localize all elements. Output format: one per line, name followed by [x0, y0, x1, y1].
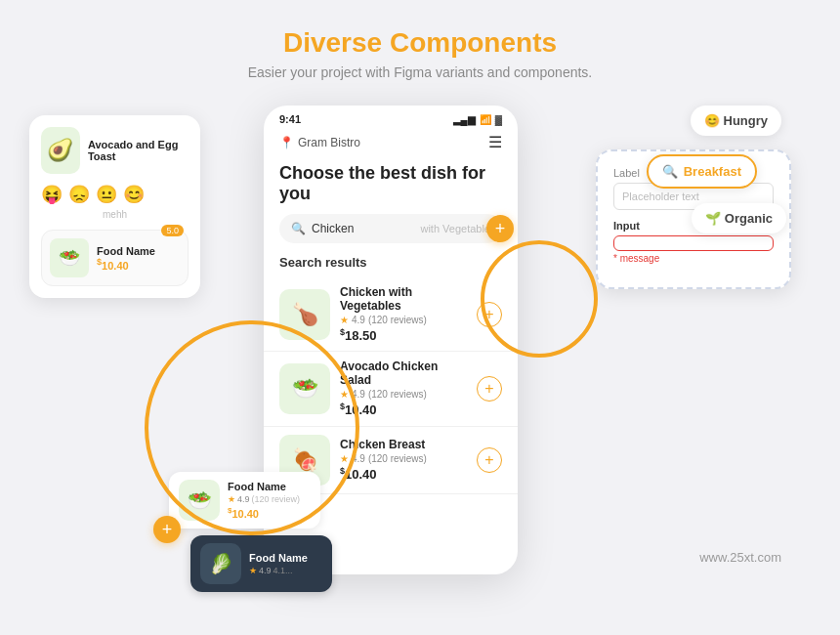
- bottom-star-1: ★: [228, 494, 235, 504]
- bottom-card-2-name: Food Name: [249, 552, 308, 564]
- food-rating-1: ★ 4.9 (120 reviews): [340, 315, 467, 325]
- emoji-row: 😝 😞 😐 😊: [41, 184, 189, 205]
- review-count-1: (120 reviews): [368, 315, 427, 325]
- food-img-1: 🍗: [279, 289, 330, 340]
- signal-icon: ▂▄▆: [453, 114, 476, 125]
- search-icon: 🔍: [291, 222, 306, 235]
- emoji-2[interactable]: 😞: [68, 184, 90, 205]
- page-subtitle: Easier your project with Figma variants …: [0, 64, 840, 80]
- wifi-icon: 📶: [480, 114, 491, 125]
- star-icon-3: ★: [340, 453, 349, 464]
- bottom-food-card-1: 🥗 Food Name ★ 4.9 (120 review) $10.40: [169, 472, 320, 529]
- breakfast-label: Breakfast: [684, 164, 741, 179]
- food-card-secondary-info: Food Name $10.40: [97, 245, 155, 272]
- title-accent: Components: [390, 27, 557, 58]
- food-item-1: 🍗 Chicken with Vegetables ★ 4.9 (120 rev…: [264, 277, 518, 352]
- bottom-card-1-info: Food Name ★ 4.9 (120 review) $10.40: [228, 481, 300, 520]
- bottom-rating-1: 4.9: [237, 494, 250, 504]
- bottom-card-1-rating: ★ 4.9 (120 review): [228, 494, 300, 504]
- search-results-label: Search results: [264, 255, 518, 277]
- rating-value-1: 4.9: [352, 315, 365, 325]
- search-input[interactable]: [312, 222, 414, 235]
- organic-label: 🌱 Organic: [705, 211, 773, 226]
- form-error-message: * message: [613, 253, 774, 264]
- phone-page-title: Choose the best dish for you: [264, 159, 518, 214]
- bottom-rating-2: 4.9: [259, 566, 272, 575]
- card-title: Avocado and Egg Toast: [88, 139, 189, 162]
- bottom-food-card-2: 🥬 Food Name ★ 4.9 4.1...: [190, 535, 332, 592]
- food-price-1: $18.50: [340, 327, 467, 343]
- bottom-card-1-name: Food Name: [228, 481, 300, 492]
- form-error-input[interactable]: [613, 235, 774, 251]
- page-header: Diverse Components Easier your project w…: [0, 0, 840, 96]
- location-icon: 📍: [279, 136, 294, 149]
- bottom-price-1: $10.40: [228, 506, 300, 520]
- card-top: 🥑 Avocado and Egg Toast: [41, 127, 189, 174]
- food-rating-3: ★ 4.9 (120 reviews): [340, 453, 467, 464]
- food-thumbnail: 🥑: [41, 127, 80, 174]
- food-name-3: Chicken Breast: [340, 438, 467, 451]
- status-time: 9:41: [279, 113, 301, 125]
- add-button-1[interactable]: +: [477, 302, 502, 327]
- left-food-card: 🥑 Avocado and Egg Toast 😝 😞 😐 😊 mehh 5.0…: [29, 115, 200, 298]
- search-bar[interactable]: 🔍 with Vegetable +: [279, 214, 502, 243]
- emoji-1[interactable]: 😝: [41, 184, 63, 205]
- status-icons: ▂▄▆ 📶 ▓: [453, 114, 502, 125]
- emoji-3[interactable]: 😐: [96, 184, 117, 205]
- phone-header: 📍 Gram Bistro ☰: [264, 129, 518, 159]
- food-img-secondary: 🥗: [50, 238, 89, 277]
- add-button-3[interactable]: +: [477, 447, 502, 473]
- food-card-secondary-price: $10.40: [97, 257, 155, 272]
- search-icon-tag: 🔍: [662, 164, 678, 179]
- food-name-1: Chicken with Vegetables: [340, 285, 467, 313]
- status-bar: 9:41 ▂▄▆ 📶 ▓: [264, 106, 518, 129]
- restaurant-name: 📍 Gram Bistro: [279, 136, 360, 149]
- star-icon-2: ★: [340, 389, 349, 400]
- food-info-3: Chicken Breast ★ 4.9 (120 reviews) $10.4…: [340, 438, 467, 482]
- bottom-card-2-img: 🥬: [200, 543, 241, 584]
- food-info-2: Avocado Chicken Salad ★ 4.9 (120 reviews…: [340, 360, 467, 417]
- content-area: 🥑 Avocado and Egg Toast 😝 😞 😐 😊 mehh 5.0…: [0, 96, 840, 623]
- bottom-reviews-1: (120 review): [252, 494, 301, 504]
- star-icon: ★: [340, 315, 349, 325]
- page-title: Diverse Components: [0, 27, 840, 59]
- emoji-label: mehh: [41, 209, 189, 220]
- food-info-1: Chicken with Vegetables ★ 4.9 (120 revie…: [340, 285, 467, 343]
- bottom-card-1-img: 🥗: [179, 480, 220, 521]
- hungry-label: 😊 Hungry: [704, 113, 768, 128]
- food-card-secondary: 5.0 🥗 Food Name $10.40: [41, 230, 189, 286]
- battery-icon: ▓: [495, 114, 502, 125]
- food-price-3: $10.40: [340, 466, 467, 482]
- add-button-2[interactable]: +: [477, 376, 502, 402]
- watermark: www.25xt.com: [699, 550, 781, 565]
- bottom-card-2-rating: ★ 4.9 4.1...: [249, 566, 308, 575]
- emoji-4[interactable]: 😊: [123, 184, 145, 205]
- bottom-reviews-2: 4.1...: [273, 566, 293, 575]
- tag-hungry[interactable]: 😊 Hungry: [691, 106, 781, 136]
- search-placeholder: with Vegetable: [420, 223, 490, 234]
- menu-icon[interactable]: ☰: [488, 133, 502, 151]
- bottom-card-2-info: Food Name ★ 4.9 4.1...: [249, 552, 308, 575]
- search-add-button[interactable]: +: [486, 215, 514, 242]
- food-img-2: 🥗: [279, 363, 330, 414]
- food-card-secondary-name: Food Name: [97, 245, 155, 257]
- rating-badge: 5.0: [161, 225, 184, 236]
- food-name-2: Avocado Chicken Salad: [340, 360, 467, 387]
- floating-add-button[interactable]: +: [153, 516, 181, 543]
- food-item-2: 🥗 Avocado Chicken Salad ★ 4.9 (120 revie…: [264, 352, 518, 426]
- food-rating-2: ★ 4.9 (120 reviews): [340, 389, 467, 400]
- food-price-2: $10.40: [340, 402, 467, 417]
- title-normal: Diverse: [283, 27, 382, 58]
- bottom-star-2: ★: [249, 566, 257, 575]
- tag-breakfast[interactable]: 🔍 Breakfast: [647, 154, 757, 189]
- tag-organic[interactable]: 🌱 Organic: [692, 203, 786, 233]
